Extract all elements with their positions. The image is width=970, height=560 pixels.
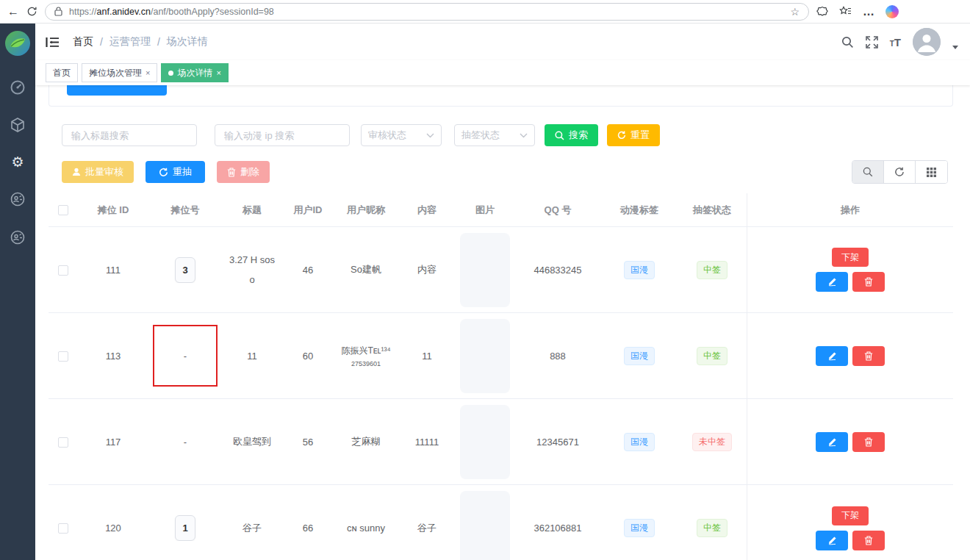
batch-audit-button[interactable]: 批量审核 <box>62 161 134 183</box>
title-search-input[interactable] <box>62 124 197 146</box>
address-bar[interactable]: https://anf.anidev.cn/anf/boothApply?ses… <box>45 3 809 21</box>
booth-no-badge: 1 <box>175 515 195 541</box>
table-search-toggle-button[interactable] <box>852 161 884 183</box>
close-icon[interactable]: × <box>146 68 150 77</box>
sidebar-item-products[interactable] <box>10 117 26 133</box>
favorites-list-icon[interactable] <box>839 6 852 17</box>
sidebar-item-settings[interactable]: ⚙ <box>11 155 24 169</box>
booth-image[interactable] <box>460 233 510 307</box>
clipped-blue-button[interactable] <box>67 85 167 96</box>
col-ops: 操作 <box>747 193 953 226</box>
take-down-button[interactable]: 下架 <box>832 506 869 525</box>
refresh-icon <box>894 167 905 177</box>
breadcrumb-home[interactable]: 首页 <box>73 35 93 49</box>
qq-number: 12345671 <box>514 437 601 448</box>
col-nickname: 用户昵称 <box>334 204 398 217</box>
table-columns-button[interactable] <box>916 161 947 183</box>
search-button[interactable]: 搜索 <box>545 124 598 146</box>
browser-essentials-icon[interactable] <box>816 6 828 18</box>
booth-apply-table: 摊位 ID 摊位号 标题 用户ID 用户昵称 内容 图片 QQ 号 动漫标签 抽… <box>48 193 953 560</box>
pencil-icon <box>827 351 837 361</box>
edit-button[interactable] <box>816 346 848 366</box>
search-icon <box>863 167 873 177</box>
bulk-delete-button[interactable]: 删除 <box>217 161 270 183</box>
edit-button[interactable] <box>816 432 848 452</box>
tab-home[interactable]: 首页 <box>46 63 78 82</box>
user-icon <box>72 168 81 176</box>
font-size-icon[interactable]: TT <box>890 36 901 49</box>
user-id: 46 <box>282 265 334 276</box>
col-lottery: 抽签状态 <box>678 204 747 217</box>
row-checkbox[interactable] <box>58 437 68 448</box>
filter-row: 审核状态 抽签状态 搜索 重置 <box>62 124 953 146</box>
table-refresh-button[interactable] <box>884 161 916 183</box>
nickname: ᴄɴ sunny <box>334 523 398 534</box>
title-cell: 谷子 <box>222 522 282 535</box>
lottery-status-badge: 中签 <box>697 347 728 365</box>
bulk-action-row: 批量审核 重抽 删除 <box>62 160 948 184</box>
sidebar-item-operation-1[interactable] <box>10 191 26 207</box>
tab-bar: 首页 摊位场次管理 × 场次详情 × <box>35 60 970 85</box>
breadcrumb: 首页 / 运营管理 / 场次详情 <box>73 35 208 49</box>
tab-session-detail[interactable]: 场次详情 × <box>161 63 228 82</box>
sidebar-item-operation-2[interactable] <box>10 229 26 245</box>
qq-number: 362106881 <box>514 523 601 534</box>
gear-icon: ⚙ <box>11 154 24 170</box>
table-row: 117 - 欧皇驾到 56 芝麻糊 11111 12345671 国漫 未中签 <box>48 399 953 485</box>
reset-button[interactable]: 重置 <box>607 124 660 146</box>
avatar[interactable] <box>913 28 941 56</box>
booth-no: - <box>148 437 222 448</box>
audit-status-select[interactable]: 审核状态 <box>361 124 442 146</box>
browser-menu-icon[interactable]: … <box>863 6 874 18</box>
booth-id: 117 <box>78 437 148 448</box>
user-id: 66 <box>282 523 334 534</box>
chevron-down-icon[interactable] <box>952 46 958 49</box>
row-checkbox[interactable] <box>58 265 68 276</box>
nickname: 陈振兴Tᴇʟ¹³⁴ 27539601 <box>334 345 398 367</box>
row-checkbox[interactable] <box>58 523 68 534</box>
col-booth-no: 摊位号 <box>148 204 222 217</box>
tab-booth-manage[interactable]: 摊位场次管理 × <box>82 63 157 82</box>
sidebar: ⚙ <box>0 24 35 560</box>
row-checkbox[interactable] <box>58 351 68 362</box>
delete-button[interactable] <box>852 432 885 452</box>
ops-cell: 下架 <box>747 227 953 312</box>
pencil-icon <box>827 437 837 447</box>
edit-button[interactable] <box>816 531 848 550</box>
redraw-button[interactable]: 重抽 <box>146 161 205 183</box>
sidebar-item-dashboard[interactable] <box>10 79 26 95</box>
lottery-status-select[interactable]: 抽签状态 <box>454 124 535 146</box>
search-icon[interactable] <box>841 36 854 49</box>
delete-button[interactable] <box>852 531 885 550</box>
booth-image[interactable] <box>460 405 510 479</box>
browser-right-icons: … <box>816 5 900 18</box>
trash-icon <box>864 536 873 545</box>
browser-back-icon[interactable]: ← <box>7 6 19 18</box>
col-user-id: 用户ID <box>282 204 334 217</box>
trash-icon <box>864 351 873 361</box>
lottery-status-badge: 未中签 <box>692 433 732 451</box>
anime-ip-search-input[interactable] <box>215 124 350 146</box>
collapse-menu-icon[interactable] <box>46 37 60 48</box>
favorite-star-icon[interactable]: ☆ <box>790 6 800 18</box>
select-all-checkbox[interactable] <box>58 205 68 215</box>
chevron-down-icon <box>520 133 528 138</box>
col-content: 内容 <box>398 204 456 217</box>
col-tag: 动漫标签 <box>601 204 678 217</box>
breadcrumb-section[interactable]: 运营管理 <box>109 35 151 49</box>
edit-button[interactable] <box>816 272 848 292</box>
booth-image[interactable] <box>460 491 510 560</box>
copilot-icon[interactable] <box>885 5 899 18</box>
highlighted-booth-no-cell[interactable]: - <box>153 325 218 387</box>
delete-button[interactable] <box>852 272 885 292</box>
lottery-status-badge: 中签 <box>697 261 728 279</box>
delete-button[interactable] <box>852 346 885 366</box>
title-cell: 3.27 H soso <box>222 254 282 285</box>
take-down-button[interactable]: 下架 <box>832 248 869 267</box>
ops-cell <box>747 313 953 398</box>
fullscreen-icon[interactable] <box>866 36 878 49</box>
close-icon[interactable]: × <box>216 68 220 77</box>
booth-image[interactable] <box>460 319 510 393</box>
browser-refresh-icon[interactable] <box>26 6 37 17</box>
anime-tag: 国漫 <box>624 519 655 537</box>
